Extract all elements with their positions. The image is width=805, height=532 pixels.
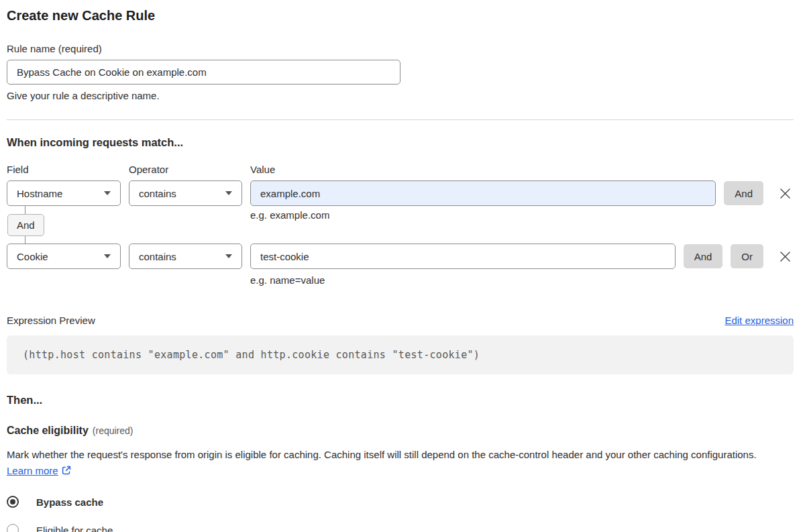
value-input[interactable] [250, 180, 716, 206]
operator-select-value: contains [139, 251, 176, 262]
value-hint: e.g. name=value [250, 274, 794, 286]
chevron-down-icon [104, 254, 111, 258]
expression-header: Expression Preview Edit expression [7, 315, 794, 326]
match-heading: When incoming requests match... [7, 136, 794, 149]
and-button[interactable]: And [684, 244, 723, 268]
and-button[interactable]: And [724, 181, 763, 205]
radio-unselected-icon[interactable] [7, 524, 19, 532]
expression-code: (http.host contains "example.com" and ht… [7, 335, 794, 374]
value-hint: e.g. example.com [250, 209, 329, 221]
remove-row-button[interactable] [776, 184, 794, 202]
cache-eligibility-heading: Cache eligibility(required) [7, 425, 794, 437]
rule-name-helper: Give your rule a descriptive name. [7, 90, 794, 101]
edit-expression-link[interactable]: Edit expression [724, 315, 794, 326]
radio-option-eligible-for-cache[interactable]: Eligible for cache [7, 524, 794, 532]
cache-eligibility-title: Cache eligibility [7, 425, 89, 436]
radio-label: Bypass cache [36, 496, 103, 508]
cache-eligibility-description: Mark whether the request's response from… [7, 447, 785, 479]
radio-selected-icon[interactable] [7, 496, 19, 508]
external-link-icon [61, 465, 72, 476]
operator-select[interactable]: contains [129, 180, 242, 206]
radio-option-bypass-cache[interactable]: Bypass cache [7, 496, 794, 508]
section-divider [7, 119, 794, 120]
field-column-label: Field [7, 164, 121, 175]
match-column-labels: Field Operator Value [7, 164, 794, 175]
operator-select-value: contains [139, 188, 176, 199]
expression-preview-label: Expression Preview [7, 315, 95, 326]
remove-row-button[interactable] [776, 248, 794, 265]
connector-and-button[interactable]: And [7, 214, 44, 236]
field-select[interactable]: Cookie [7, 244, 121, 269]
rule-name-label: Rule name (required) [7, 43, 794, 54]
connector-line [25, 236, 25, 244]
connector-line [25, 206, 25, 214]
row-connector-area: And e.g. example.com [7, 206, 794, 244]
learn-more-link[interactable]: Learn more [7, 465, 58, 476]
close-icon [779, 250, 792, 263]
match-row: Cookie contains And Or [7, 244, 794, 269]
or-button[interactable]: Or [731, 244, 763, 268]
field-select-value: Hostname [17, 188, 62, 199]
close-icon [779, 187, 792, 200]
operator-column-label: Operator [129, 164, 242, 175]
field-select[interactable]: Hostname [7, 180, 121, 206]
value-input[interactable] [250, 244, 676, 269]
required-note: (required) [93, 425, 133, 436]
field-select-value: Cookie [17, 251, 48, 262]
value-column-label: Value [250, 164, 794, 175]
chevron-down-icon [225, 254, 232, 258]
then-heading: Then... [7, 394, 794, 407]
create-cache-rule-form: Create new Cache Rule Rule name (require… [0, 0, 805, 532]
chevron-down-icon [104, 191, 111, 195]
rule-name-input[interactable] [7, 60, 400, 85]
page-title: Create new Cache Rule [7, 8, 794, 23]
chevron-down-icon [225, 191, 232, 195]
description-text: Mark whether the request's response from… [7, 449, 757, 460]
operator-select[interactable]: contains [129, 244, 242, 269]
radio-label: Eligible for cache [36, 525, 113, 532]
match-row: Hostname contains And [7, 180, 794, 206]
